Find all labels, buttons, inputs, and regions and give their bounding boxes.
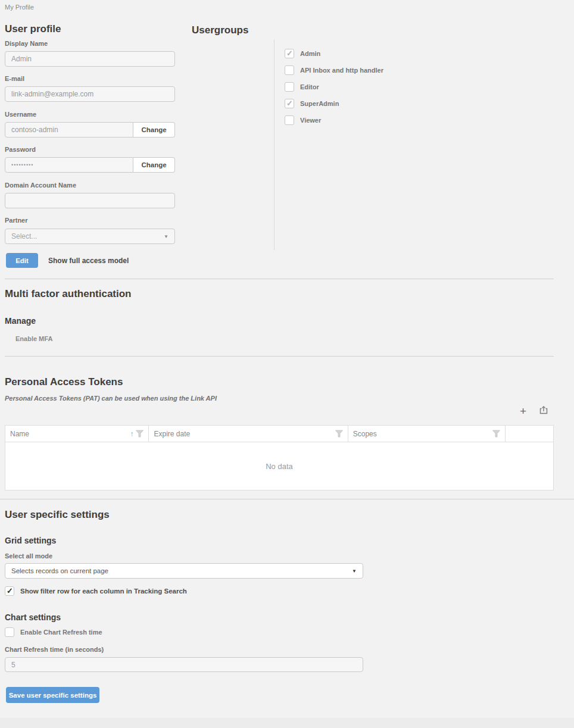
usergroups-list: Admin API Inbox and http handler Editor …: [285, 49, 383, 125]
pat-table-header: Name ↑ Expire date Scopes: [5, 426, 553, 442]
save-user-settings-button[interactable]: Save user specific settings: [6, 687, 99, 703]
usergroup-label: Viewer: [300, 117, 321, 124]
column-header-scopes[interactable]: Scopes: [348, 426, 506, 442]
domain-account-label: Domain Account Name: [5, 182, 76, 189]
column-header-expire-date[interactable]: Expire date: [149, 426, 348, 442]
password-label: Password: [5, 146, 36, 153]
chart-settings-title: Chart settings: [5, 613, 61, 622]
enable-chart-refresh-setting: Enable Chart Refresh time: [5, 627, 102, 637]
usergroup-item-viewer: Viewer: [285, 115, 383, 125]
usergroup-item-admin: Admin: [285, 49, 383, 58]
usergroup-checkbox-viewer[interactable]: [285, 115, 294, 125]
email-label: E-mail: [5, 75, 24, 82]
pat-description: Personal Access Tokens (PAT) can be used…: [5, 395, 217, 402]
username-label: Username: [5, 111, 36, 118]
filter-row-label: Show filter row for each column in Track…: [20, 588, 187, 595]
username-input-group: Change: [5, 122, 175, 138]
usergroups-divider: [274, 39, 274, 250]
chart-refresh-time-label: Chart Refresh time (in seconds): [5, 646, 104, 653]
usergroup-label: Admin: [300, 50, 320, 57]
column-header-label: Expire date: [154, 430, 190, 438]
show-full-access-model-link[interactable]: Show full access model: [48, 257, 129, 265]
usergroups-title: Usergroups: [192, 24, 248, 36]
display-name-input[interactable]: [5, 51, 175, 67]
usergroup-item-editor: Editor: [285, 82, 383, 92]
domain-account-input[interactable]: [5, 193, 175, 208]
email-input[interactable]: [5, 86, 175, 102]
filter-icon[interactable]: [136, 430, 144, 438]
chevron-down-icon: ▼: [352, 568, 357, 574]
partner-label: Partner: [5, 217, 28, 224]
select-all-mode-dropdown[interactable]: Selects records on current page ▼: [5, 563, 363, 579]
usergroup-checkbox-superadmin[interactable]: [285, 99, 294, 108]
section-divider: [5, 356, 554, 357]
column-header-label: Scopes: [353, 430, 377, 438]
section-divider: [0, 499, 574, 499]
filter-row-setting: Show filter row for each column in Track…: [5, 586, 187, 596]
pat-table-body: No data: [5, 442, 553, 490]
usergroup-label: API Inbox and http handler: [300, 67, 383, 74]
filter-row-checkbox[interactable]: [5, 586, 14, 596]
enable-mfa-link[interactable]: Enable MFA: [15, 335, 52, 342]
mfa-title: Multi factor authentication: [5, 288, 132, 300]
user-profile-title: User profile: [5, 23, 61, 35]
mfa-manage-subtitle: Manage: [5, 316, 36, 326]
page-bottom-strip: [0, 718, 574, 728]
change-username-button[interactable]: Change: [133, 122, 175, 138]
breadcrumb: My Profile: [5, 4, 34, 11]
password-input-group: Change: [5, 157, 175, 173]
password-input[interactable]: [5, 157, 133, 173]
column-header-name[interactable]: Name ↑: [5, 426, 149, 442]
no-data-text: No data: [266, 462, 293, 471]
usergroup-label: Editor: [300, 83, 319, 90]
usergroup-checkbox-api-inbox[interactable]: [285, 65, 294, 75]
sort-ascending-icon: ↑: [130, 430, 133, 438]
user-settings-title: User specific settings: [5, 509, 110, 521]
chart-refresh-time-input[interactable]: [5, 657, 363, 672]
filter-icon[interactable]: [335, 430, 343, 438]
chevron-down-icon: ▼: [164, 234, 169, 239]
pat-title: Personal Access Tokens: [5, 376, 123, 388]
my-profile-page: My Profile User profile Display Name E-m…: [0, 0, 574, 728]
edit-button[interactable]: Edit: [6, 253, 38, 268]
select-all-mode-value: Selects records on current page: [11, 567, 108, 574]
usergroup-checkbox-admin[interactable]: [285, 49, 294, 58]
export-icon-glyph: [539, 405, 548, 415]
partner-select[interactable]: Select... ▼: [5, 229, 175, 244]
column-header-label: Name: [10, 430, 29, 438]
usergroup-item-api-inbox: API Inbox and http handler: [285, 65, 383, 75]
add-token-icon[interactable]: +: [520, 405, 526, 417]
grid-settings-title: Grid settings: [5, 536, 56, 545]
filter-icon[interactable]: [492, 430, 500, 438]
column-header-actions: [506, 426, 553, 442]
enable-chart-refresh-label: Enable Chart Refresh time: [20, 629, 102, 636]
select-all-mode-label: Select all mode: [5, 552, 52, 560]
export-icon[interactable]: [539, 405, 548, 415]
display-name-label: Display Name: [5, 40, 48, 47]
pat-table: Name ↑ Expire date Scopes: [5, 425, 554, 490]
usergroup-checkbox-editor[interactable]: [285, 82, 294, 92]
section-divider: [5, 279, 554, 279]
partner-select-placeholder: Select...: [11, 232, 37, 240]
username-input[interactable]: [5, 122, 133, 138]
enable-chart-refresh-checkbox[interactable]: [5, 627, 14, 637]
change-password-button[interactable]: Change: [133, 157, 175, 173]
usergroup-item-superadmin: SuperAdmin: [285, 99, 383, 108]
usergroup-label: SuperAdmin: [300, 100, 339, 107]
